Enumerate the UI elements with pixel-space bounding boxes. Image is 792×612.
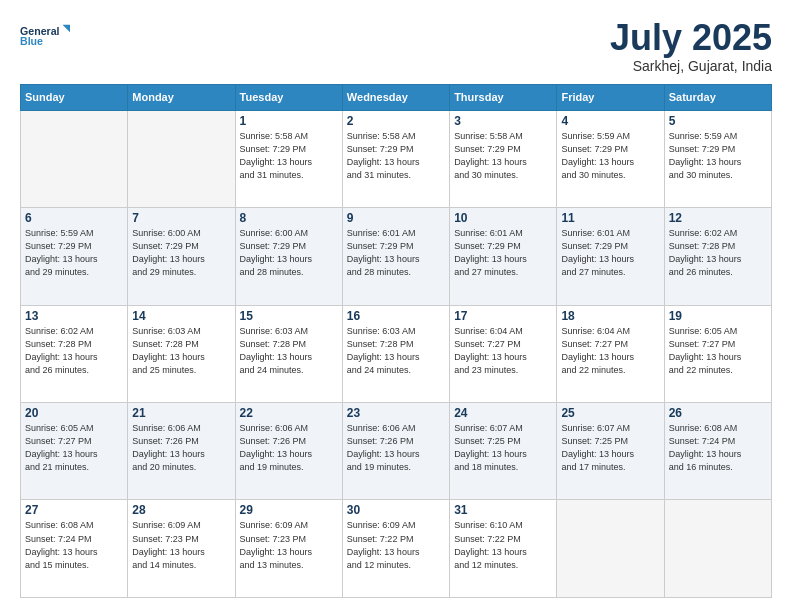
day-number: 9 [347,211,445,225]
month-title: July 2025 [610,18,772,58]
day-info: Sunrise: 6:10 AM Sunset: 7:22 PM Dayligh… [454,519,552,571]
day-number: 19 [669,309,767,323]
logo: General Blue [20,18,70,54]
day-info: Sunrise: 6:01 AM Sunset: 7:29 PM Dayligh… [561,227,659,279]
day-info: Sunrise: 6:06 AM Sunset: 7:26 PM Dayligh… [132,422,230,474]
day-info: Sunrise: 6:03 AM Sunset: 7:28 PM Dayligh… [347,325,445,377]
day-info: Sunrise: 6:05 AM Sunset: 7:27 PM Dayligh… [25,422,123,474]
day-info: Sunrise: 6:09 AM Sunset: 7:23 PM Dayligh… [132,519,230,571]
day-info: Sunrise: 6:03 AM Sunset: 7:28 PM Dayligh… [132,325,230,377]
weekday-header-row: SundayMondayTuesdayWednesdayThursdayFrid… [21,84,772,110]
calendar-cell [128,110,235,207]
weekday-tuesday: Tuesday [235,84,342,110]
day-number: 14 [132,309,230,323]
weekday-saturday: Saturday [664,84,771,110]
day-number: 26 [669,406,767,420]
page-header: General Blue July 2025 Sarkhej, Gujarat,… [20,18,772,74]
calendar-cell: 13Sunrise: 6:02 AM Sunset: 7:28 PM Dayli… [21,305,128,402]
day-info: Sunrise: 5:59 AM Sunset: 7:29 PM Dayligh… [25,227,123,279]
day-number: 29 [240,503,338,517]
week-row-5: 27Sunrise: 6:08 AM Sunset: 7:24 PM Dayli… [21,500,772,598]
week-row-4: 20Sunrise: 6:05 AM Sunset: 7:27 PM Dayli… [21,403,772,500]
day-number: 30 [347,503,445,517]
day-number: 25 [561,406,659,420]
day-number: 22 [240,406,338,420]
calendar-cell [21,110,128,207]
calendar-cell: 17Sunrise: 6:04 AM Sunset: 7:27 PM Dayli… [450,305,557,402]
day-info: Sunrise: 6:06 AM Sunset: 7:26 PM Dayligh… [240,422,338,474]
calendar-cell: 16Sunrise: 6:03 AM Sunset: 7:28 PM Dayli… [342,305,449,402]
day-info: Sunrise: 6:00 AM Sunset: 7:29 PM Dayligh… [132,227,230,279]
calendar-cell: 3Sunrise: 5:58 AM Sunset: 7:29 PM Daylig… [450,110,557,207]
calendar-cell: 31Sunrise: 6:10 AM Sunset: 7:22 PM Dayli… [450,500,557,598]
day-number: 27 [25,503,123,517]
day-number: 23 [347,406,445,420]
day-info: Sunrise: 5:58 AM Sunset: 7:29 PM Dayligh… [454,130,552,182]
day-info: Sunrise: 6:01 AM Sunset: 7:29 PM Dayligh… [454,227,552,279]
day-info: Sunrise: 5:59 AM Sunset: 7:29 PM Dayligh… [669,130,767,182]
weekday-wednesday: Wednesday [342,84,449,110]
calendar-cell [664,500,771,598]
day-number: 20 [25,406,123,420]
weekday-monday: Monday [128,84,235,110]
calendar-cell: 14Sunrise: 6:03 AM Sunset: 7:28 PM Dayli… [128,305,235,402]
weekday-friday: Friday [557,84,664,110]
calendar-cell: 26Sunrise: 6:08 AM Sunset: 7:24 PM Dayli… [664,403,771,500]
calendar-cell: 2Sunrise: 5:58 AM Sunset: 7:29 PM Daylig… [342,110,449,207]
calendar-table: SundayMondayTuesdayWednesdayThursdayFrid… [20,84,772,598]
weekday-thursday: Thursday [450,84,557,110]
day-number: 12 [669,211,767,225]
week-row-3: 13Sunrise: 6:02 AM Sunset: 7:28 PM Dayli… [21,305,772,402]
calendar-cell: 28Sunrise: 6:09 AM Sunset: 7:23 PM Dayli… [128,500,235,598]
day-number: 24 [454,406,552,420]
svg-text:Blue: Blue [20,35,43,47]
weekday-sunday: Sunday [21,84,128,110]
day-info: Sunrise: 6:08 AM Sunset: 7:24 PM Dayligh… [669,422,767,474]
day-number: 4 [561,114,659,128]
day-info: Sunrise: 6:02 AM Sunset: 7:28 PM Dayligh… [25,325,123,377]
calendar-cell: 18Sunrise: 6:04 AM Sunset: 7:27 PM Dayli… [557,305,664,402]
calendar-cell: 5Sunrise: 5:59 AM Sunset: 7:29 PM Daylig… [664,110,771,207]
day-number: 7 [132,211,230,225]
day-number: 28 [132,503,230,517]
calendar-cell: 19Sunrise: 6:05 AM Sunset: 7:27 PM Dayli… [664,305,771,402]
calendar-cell: 29Sunrise: 6:09 AM Sunset: 7:23 PM Dayli… [235,500,342,598]
calendar-cell: 9Sunrise: 6:01 AM Sunset: 7:29 PM Daylig… [342,208,449,305]
day-info: Sunrise: 6:05 AM Sunset: 7:27 PM Dayligh… [669,325,767,377]
day-info: Sunrise: 5:58 AM Sunset: 7:29 PM Dayligh… [240,130,338,182]
calendar-cell: 8Sunrise: 6:00 AM Sunset: 7:29 PM Daylig… [235,208,342,305]
calendar-cell: 12Sunrise: 6:02 AM Sunset: 7:28 PM Dayli… [664,208,771,305]
calendar-cell: 25Sunrise: 6:07 AM Sunset: 7:25 PM Dayli… [557,403,664,500]
day-info: Sunrise: 6:00 AM Sunset: 7:29 PM Dayligh… [240,227,338,279]
day-number: 13 [25,309,123,323]
day-info: Sunrise: 6:04 AM Sunset: 7:27 PM Dayligh… [454,325,552,377]
day-number: 3 [454,114,552,128]
day-number: 10 [454,211,552,225]
week-row-1: 1Sunrise: 5:58 AM Sunset: 7:29 PM Daylig… [21,110,772,207]
week-row-2: 6Sunrise: 5:59 AM Sunset: 7:29 PM Daylig… [21,208,772,305]
day-number: 8 [240,211,338,225]
day-info: Sunrise: 6:09 AM Sunset: 7:22 PM Dayligh… [347,519,445,571]
calendar-cell: 10Sunrise: 6:01 AM Sunset: 7:29 PM Dayli… [450,208,557,305]
calendar-cell: 1Sunrise: 5:58 AM Sunset: 7:29 PM Daylig… [235,110,342,207]
day-number: 16 [347,309,445,323]
calendar-cell: 23Sunrise: 6:06 AM Sunset: 7:26 PM Dayli… [342,403,449,500]
day-number: 11 [561,211,659,225]
day-number: 2 [347,114,445,128]
day-info: Sunrise: 6:08 AM Sunset: 7:24 PM Dayligh… [25,519,123,571]
calendar-cell: 30Sunrise: 6:09 AM Sunset: 7:22 PM Dayli… [342,500,449,598]
day-info: Sunrise: 6:07 AM Sunset: 7:25 PM Dayligh… [561,422,659,474]
logo-svg: General Blue [20,18,70,54]
subtitle: Sarkhej, Gujarat, India [610,58,772,74]
day-number: 15 [240,309,338,323]
day-info: Sunrise: 6:01 AM Sunset: 7:29 PM Dayligh… [347,227,445,279]
calendar-cell: 4Sunrise: 5:59 AM Sunset: 7:29 PM Daylig… [557,110,664,207]
day-info: Sunrise: 6:04 AM Sunset: 7:27 PM Dayligh… [561,325,659,377]
day-number: 18 [561,309,659,323]
day-info: Sunrise: 5:58 AM Sunset: 7:29 PM Dayligh… [347,130,445,182]
day-info: Sunrise: 6:07 AM Sunset: 7:25 PM Dayligh… [454,422,552,474]
day-info: Sunrise: 6:02 AM Sunset: 7:28 PM Dayligh… [669,227,767,279]
day-info: Sunrise: 6:09 AM Sunset: 7:23 PM Dayligh… [240,519,338,571]
day-info: Sunrise: 6:03 AM Sunset: 7:28 PM Dayligh… [240,325,338,377]
calendar-cell: 6Sunrise: 5:59 AM Sunset: 7:29 PM Daylig… [21,208,128,305]
